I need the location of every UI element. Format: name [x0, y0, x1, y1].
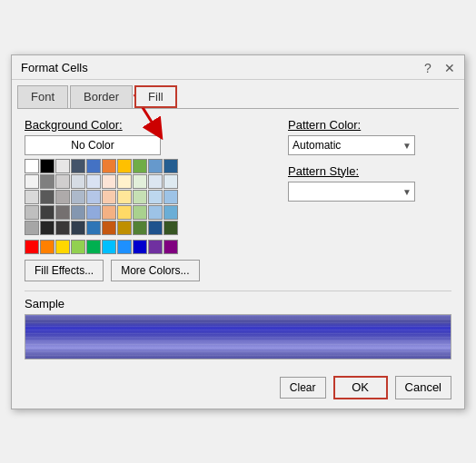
color-cell[interactable]: [102, 190, 116, 204]
color-cell[interactable]: [71, 174, 85, 189]
fill-effects-button[interactable]: Fill Effects...: [25, 260, 104, 281]
color-cell[interactable]: [55, 159, 70, 173]
color-cell[interactable]: [148, 205, 163, 220]
color-cell[interactable]: [133, 205, 147, 220]
color-button-row: Fill Effects... More Colors...: [25, 260, 270, 281]
color-cell[interactable]: [148, 190, 163, 204]
tab-fill[interactable]: Fill: [134, 85, 177, 108]
color-cell[interactable]: [117, 221, 132, 235]
color-cell[interactable]: [164, 190, 178, 204]
color-cell[interactable]: [102, 240, 116, 254]
pattern-color-select[interactable]: Automatic: [288, 135, 415, 155]
color-cell[interactable]: [40, 174, 55, 189]
color-cell[interactable]: [86, 240, 101, 254]
color-cell[interactable]: [71, 240, 85, 254]
color-cell[interactable]: [71, 221, 85, 235]
color-cell[interactable]: [86, 221, 101, 235]
color-cell[interactable]: [25, 221, 39, 235]
color-cell[interactable]: [40, 159, 55, 173]
color-cell[interactable]: [148, 240, 163, 254]
help-button[interactable]: ?: [421, 61, 435, 75]
pattern-color-label: Pattern Color:: [288, 118, 451, 132]
color-cell[interactable]: [55, 174, 70, 189]
color-cell[interactable]: [133, 174, 147, 189]
pattern-style-label: Pattern Style:: [288, 164, 451, 178]
color-cell[interactable]: [117, 174, 132, 189]
color-cell[interactable]: [55, 240, 70, 254]
clear-button[interactable]: Clear: [280, 377, 326, 399]
color-cell[interactable]: [117, 190, 132, 204]
sample-label: Sample: [25, 297, 451, 310]
color-cell[interactable]: [117, 159, 132, 173]
right-column: Pattern Color: Automatic ▼ Pattern Style…: [288, 118, 451, 281]
color-cell[interactable]: [148, 159, 163, 173]
color-cell[interactable]: [133, 190, 147, 204]
tab-font[interactable]: Font: [17, 85, 68, 108]
color-cell[interactable]: [164, 174, 178, 189]
color-row-4: [25, 205, 270, 220]
title-bar: Format Cells ? ✕: [12, 55, 464, 80]
color-cell[interactable]: [40, 190, 55, 204]
color-cell[interactable]: [164, 205, 178, 220]
color-row-5: [25, 221, 270, 235]
color-row-2: [25, 174, 270, 189]
cancel-button[interactable]: Cancel: [395, 376, 451, 399]
dialog-title: Format Cells: [21, 61, 88, 74]
color-cell[interactable]: [40, 221, 55, 235]
pattern-color-row: Automatic ▼: [288, 135, 451, 155]
left-column: Background Color: No Color: [25, 118, 270, 281]
color-cell[interactable]: [102, 159, 116, 173]
color-cell[interactable]: [86, 190, 101, 204]
sample-preview: [25, 314, 451, 360]
pattern-style-select[interactable]: [288, 182, 415, 202]
color-grid: [25, 159, 270, 254]
no-color-row: No Color: [25, 135, 270, 155]
color-cell[interactable]: [148, 221, 163, 235]
color-row-1: [25, 159, 270, 173]
background-color-label: Background Color:: [25, 118, 270, 132]
no-color-button[interactable]: No Color: [25, 135, 161, 155]
pattern-style-row: ▼: [288, 182, 451, 202]
tab-border[interactable]: Border: [70, 85, 133, 108]
color-cell[interactable]: [40, 205, 55, 220]
color-cell[interactable]: [133, 159, 147, 173]
format-cells-dialog: Format Cells ? ✕ Font Border Fill Backgr…: [11, 54, 465, 409]
color-cell[interactable]: [117, 205, 132, 220]
fill-content: Background Color: No Color: [12, 109, 464, 369]
color-cell[interactable]: [55, 221, 70, 235]
color-cell[interactable]: [40, 240, 55, 254]
title-bar-controls: ? ✕: [421, 61, 457, 75]
tabs-area: Font Border Fill: [12, 80, 464, 109]
color-cell[interactable]: [71, 205, 85, 220]
color-cell[interactable]: [164, 159, 178, 173]
color-cell[interactable]: [25, 174, 39, 189]
color-cell[interactable]: [86, 159, 101, 173]
color-cell[interactable]: [25, 205, 39, 220]
color-cell[interactable]: [71, 159, 85, 173]
color-cell[interactable]: [148, 174, 163, 189]
pattern-color-select-wrapper: Automatic ▼: [288, 135, 415, 155]
tab-bar: Font Border Fill: [12, 80, 464, 108]
more-colors-button[interactable]: More Colors...: [111, 260, 199, 281]
close-button[interactable]: ✕: [442, 61, 457, 75]
color-cell[interactable]: [71, 190, 85, 204]
pattern-style-select-wrapper: ▼: [288, 182, 415, 202]
color-row-6: [25, 240, 270, 254]
color-cell[interactable]: [25, 159, 39, 173]
ok-button[interactable]: OK: [333, 376, 388, 399]
color-cell[interactable]: [55, 190, 70, 204]
color-cell[interactable]: [133, 221, 147, 235]
color-cell[interactable]: [164, 240, 178, 254]
color-cell[interactable]: [117, 240, 132, 254]
color-cell[interactable]: [55, 205, 70, 220]
color-cell[interactable]: [25, 190, 39, 204]
color-cell[interactable]: [86, 205, 101, 220]
color-cell[interactable]: [102, 221, 116, 235]
color-cell[interactable]: [86, 174, 101, 189]
color-cell[interactable]: [25, 240, 39, 254]
color-cell[interactable]: [102, 174, 116, 189]
bottom-button-row: Clear OK Cancel: [12, 369, 464, 409]
color-cell[interactable]: [133, 240, 147, 254]
color-cell[interactable]: [164, 221, 178, 235]
color-cell[interactable]: [102, 205, 116, 220]
